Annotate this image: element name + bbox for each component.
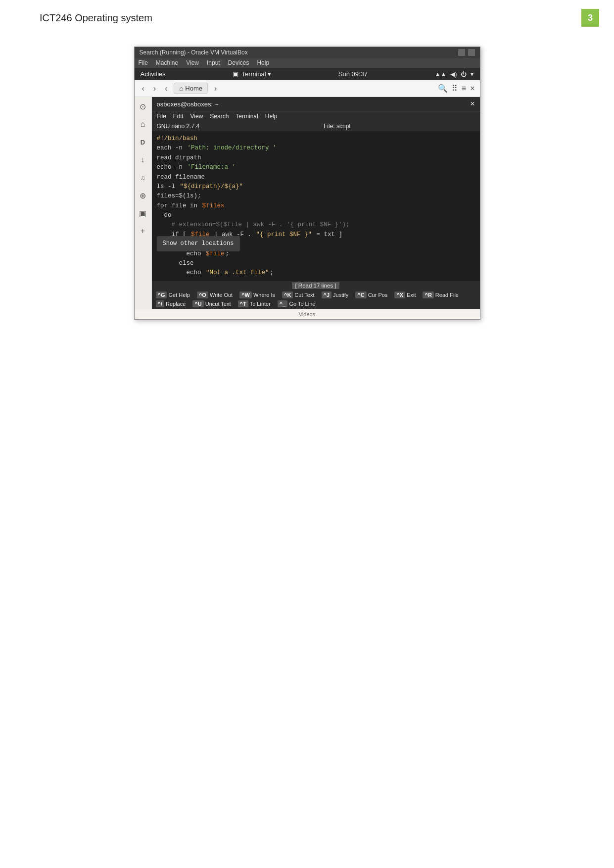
shortcut-to-linter: ^T To Linter (238, 300, 271, 307)
fm-bottom-label: Videos (299, 311, 315, 317)
vm-controls (458, 49, 475, 56)
terminal-titlebar: osboxes@osboxes: ~ × (152, 97, 480, 111)
vm-menu-view[interactable]: View (186, 59, 199, 66)
shortcut-read-file: ^R Read File (423, 291, 458, 298)
code-line-10: # extension=$($file | awk -F . '{ print … (157, 220, 475, 230)
shortcut-write-out: ^O Write Out (197, 291, 233, 298)
gnome-topbar: Activities ▣ Terminal ▾ Sun 09:37 ▲▲ ◀) … (135, 68, 480, 80)
sidebar-icon-camera[interactable]: ⊕ (138, 190, 148, 201)
fm-back-button[interactable]: ‹ (140, 83, 147, 94)
sidebar-icon-add[interactable]: + (138, 226, 148, 237)
code-line-5: read filename (157, 173, 475, 182)
network-icon: ▲▲ (435, 71, 447, 78)
shortcut-where-is: ^W Where Is (239, 291, 275, 298)
fm-nav-next-button[interactable]: › (212, 83, 219, 94)
sidebar-icon-trash[interactable]: ▣ (138, 208, 148, 219)
shortcut-uncut-text: ^U Uncut Text (192, 300, 231, 307)
nano-menubar: File Edit View Search Terminal Help (152, 111, 480, 121)
code-area[interactable]: #!/bin/bash each -n 'Path: inode/directo… (152, 131, 480, 281)
vm-menu-devices[interactable]: Devices (228, 59, 249, 66)
shortcut-replace: ^\ Replace (156, 300, 186, 307)
sidebar-icon-downloads[interactable]: ↓ (138, 154, 148, 165)
vm-maximize-btn[interactable] (468, 49, 475, 56)
shortcut-justify: ^J Justify (322, 291, 349, 298)
fm-nav-prev-button[interactable]: ‹ (162, 83, 170, 94)
sidebar-icon-desktop[interactable]: D (138, 137, 148, 147)
code-line-4: echo -n 'Filename:a ' (157, 163, 475, 172)
fm-terminal-area: ⊙ ⌂ D ↓ ♫ ⊕ ▣ + osboxes@osboxes: ~ × Fil… (135, 97, 480, 309)
page-container: ICT246 Operating system 3 Search (Runnin… (0, 0, 614, 320)
vm-menubar: File Machine View Input Devices Help (135, 58, 480, 68)
nano-filename: File: script (324, 123, 351, 130)
nano-menu-view[interactable]: View (190, 113, 203, 120)
fm-navbar: ‹ › ‹ ⌂ Home › 🔍 ⠿ ≡ × (135, 80, 480, 97)
code-line-14: else (157, 259, 475, 268)
code-line-6: ls -l "${dirpath}/${a}" (157, 182, 475, 192)
power-icon: ⏻ (461, 71, 467, 78)
nano-menu-file[interactable]: File (157, 113, 166, 120)
nano-menu-help[interactable]: Help (265, 113, 278, 120)
sidebar-icon-home[interactable]: ⌂ (138, 119, 148, 130)
vm-menu-input[interactable]: Input (207, 59, 220, 66)
vm-title: Search (Running) - Oracle VM VirtualBox (140, 49, 248, 56)
fm-menu-button[interactable]: ≡ (462, 84, 466, 93)
page-header: ICT246 Operating system 3 (0, 0, 614, 32)
fm-home-label: Home (185, 85, 202, 92)
fm-sidebar: ⊙ ⌂ D ↓ ♫ ⊕ ▣ + (135, 97, 152, 309)
nano-status-badge: [ Read 17 lines ] (292, 282, 339, 289)
shortcut-get-help: ^G Get Help (156, 291, 190, 298)
show-other-locations-tooltip[interactable]: Show other locations (157, 236, 240, 251)
page-title: ICT246 Operating system (40, 12, 152, 24)
gnome-tray: ▲▲ ◀) ⏻ ▾ (435, 71, 474, 78)
gnome-terminal-label[interactable]: ▣ Terminal ▾ (233, 70, 271, 78)
tray-menu-icon[interactable]: ▾ (471, 71, 473, 78)
page-number: 3 (581, 9, 599, 27)
fm-breadcrumb[interactable]: ⌂ Home (174, 83, 208, 94)
code-line-1: #!/bin/bash (157, 134, 475, 144)
terminal-overlay-area: osboxes@osboxes: ~ × File Edit View Sear… (152, 97, 480, 309)
nano-version: GNU nano 2.7.4 (157, 123, 200, 130)
shortcut-cur-pos: ^C Cur Pos (355, 291, 387, 298)
code-line-2: each -n 'Path: inode/directory ' (157, 144, 475, 153)
vm-titlebar: Search (Running) - Oracle VM VirtualBox (135, 47, 480, 58)
vm-container: Search (Running) - Oracle VM VirtualBox … (134, 47, 480, 320)
gnome-terminal-text: Terminal ▾ (241, 70, 271, 78)
code-line-9: do (157, 211, 475, 220)
vm-minimize-btn[interactable] (458, 49, 465, 56)
fm-forward-button[interactable]: › (151, 83, 158, 94)
terminal-close-button[interactable]: × (470, 99, 474, 108)
nano-menu-search[interactable]: Search (210, 113, 229, 120)
terminal-icon: ▣ (233, 70, 238, 78)
code-shebang: #!/bin/bash (157, 134, 198, 144)
gnome-clock: Sun 09:37 (338, 70, 368, 78)
gnome-activities[interactable]: Activities (141, 70, 166, 78)
sidebar-icon-music[interactable]: ♫ (138, 172, 148, 183)
terminal-title: osboxes@osboxes: ~ (157, 100, 219, 108)
fm-search-button[interactable]: 🔍 (438, 84, 448, 93)
volume-icon: ◀) (450, 71, 457, 78)
code-line-7: files=$(ls); (157, 192, 475, 201)
code-line-8: for file in $files (157, 201, 475, 211)
vm-menu-help[interactable]: Help (257, 59, 269, 66)
fm-grid-button[interactable]: ⠿ (452, 84, 458, 93)
code-line-3: read dirpath (157, 153, 475, 163)
vm-menu-file[interactable]: File (139, 59, 148, 66)
shortcut-exit: ^X Exit (394, 291, 416, 298)
shortcut-go-to-line: ^_ Go To Line (278, 300, 316, 307)
fm-close-button[interactable]: × (470, 84, 474, 93)
nano-menu-terminal[interactable]: Terminal (236, 113, 258, 120)
home-icon: ⌂ (179, 85, 183, 92)
nano-statusbar: [ Read 17 lines ] (152, 281, 480, 290)
nano-header: GNU nano 2.7.4 File: script (152, 121, 480, 131)
nano-shortcuts: ^G Get Help ^O Write Out ^W Where Is ^K … (152, 290, 480, 309)
fm-bottom-bar: Videos (135, 309, 480, 319)
sidebar-icon-recent[interactable]: ⊙ (138, 101, 148, 112)
code-line-15: echo "Not a .txt file"; (157, 268, 475, 278)
nano-menu-edit[interactable]: Edit (173, 113, 184, 120)
vm-menu-machine[interactable]: Machine (156, 59, 178, 66)
shortcut-cut-text: ^K Cut Text (282, 291, 315, 298)
